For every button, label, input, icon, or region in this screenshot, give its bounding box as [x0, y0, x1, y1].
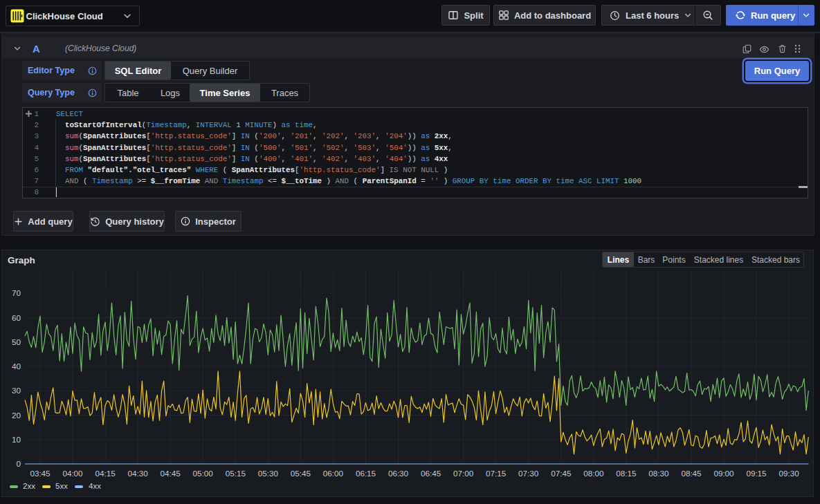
svg-text:06:00: 06:00 [323, 469, 344, 478]
svg-text:08:30: 08:30 [648, 469, 669, 478]
svg-text:06:15: 06:15 [356, 469, 376, 478]
svg-text:03:45: 03:45 [30, 469, 51, 478]
svg-text:07:45: 07:45 [551, 469, 572, 478]
svg-text:06:30: 06:30 [388, 469, 409, 478]
svg-text:09:30: 09:30 [778, 469, 799, 478]
svg-text:05:30: 05:30 [258, 469, 279, 478]
svg-text:0: 0 [16, 459, 21, 468]
svg-text:04:30: 04:30 [127, 469, 148, 478]
svg-text:08:15: 08:15 [616, 469, 637, 478]
svg-text:09:00: 09:00 [713, 469, 734, 478]
svg-text:05:00: 05:00 [193, 469, 214, 478]
svg-text:07:15: 07:15 [486, 469, 507, 478]
svg-text:10: 10 [12, 435, 21, 444]
svg-text:05:45: 05:45 [291, 469, 311, 478]
svg-text:07:00: 07:00 [453, 469, 474, 478]
svg-text:04:00: 04:00 [62, 469, 83, 478]
svg-text:40: 40 [12, 362, 21, 371]
svg-text:04:15: 04:15 [95, 469, 116, 478]
svg-text:09:15: 09:15 [746, 469, 767, 478]
svg-text:07:30: 07:30 [518, 469, 539, 478]
svg-text:08:45: 08:45 [681, 469, 702, 478]
svg-text:20: 20 [12, 411, 21, 420]
svg-text:04:45: 04:45 [161, 469, 181, 478]
svg-text:30: 30 [12, 386, 21, 395]
svg-text:60: 60 [12, 313, 21, 322]
svg-text:70: 70 [12, 288, 21, 297]
svg-text:05:15: 05:15 [226, 469, 246, 478]
svg-text:50: 50 [12, 337, 21, 346]
svg-text:08:00: 08:00 [583, 469, 604, 478]
svg-text:06:45: 06:45 [421, 469, 441, 478]
